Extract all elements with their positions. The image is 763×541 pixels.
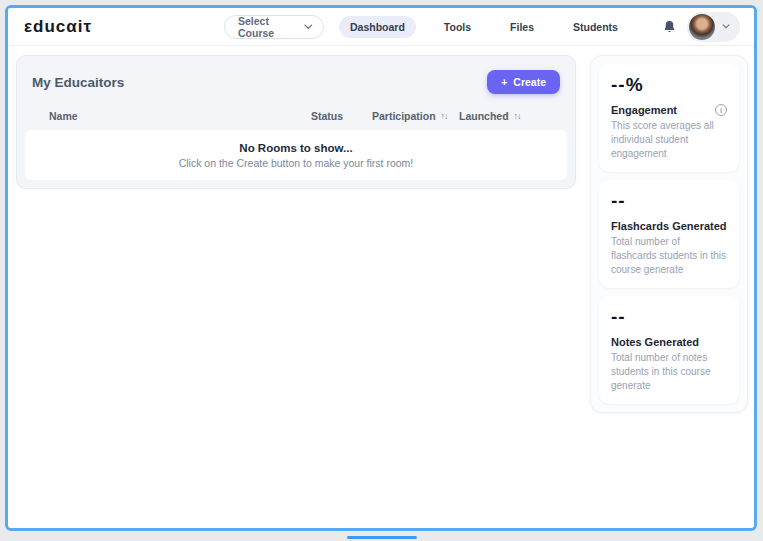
nav-item-tools[interactable]: Tools bbox=[433, 16, 482, 38]
nav-item-files[interactable]: Files bbox=[499, 16, 545, 38]
logo: εducαiτ bbox=[24, 17, 224, 37]
flashcards-description: Total number of flashcards students in t… bbox=[611, 235, 727, 277]
stat-card-engagement: --% Engagement i This score averages all… bbox=[599, 64, 739, 172]
course-select-label: Select Course bbox=[238, 15, 304, 39]
column-header-participation-label: Participation bbox=[372, 110, 436, 122]
empty-state-title: No Rooms to show... bbox=[239, 142, 352, 154]
app-window: εducαiτ Select Course Dashboard Tools Fi… bbox=[5, 5, 757, 531]
empty-state: No Rooms to show... Click on the Create … bbox=[25, 130, 567, 180]
top-nav-bar: εducαiτ Select Course Dashboard Tools Fi… bbox=[8, 8, 754, 46]
panel-header: My Educaitors + Create bbox=[25, 64, 567, 98]
engagement-value: --% bbox=[611, 74, 727, 96]
notification-bell-icon[interactable] bbox=[662, 18, 678, 36]
user-menu[interactable] bbox=[687, 12, 740, 42]
flashcards-value: -- bbox=[611, 190, 727, 212]
chevron-down-icon bbox=[304, 24, 313, 30]
notes-value: -- bbox=[611, 306, 727, 328]
main-nav: Dashboard Tools Files Students bbox=[339, 16, 629, 38]
column-header-status: Status bbox=[311, 110, 372, 122]
column-header-name: Name bbox=[25, 110, 311, 122]
main-content: My Educaitors + Create Name Status Parti… bbox=[8, 46, 754, 413]
plus-icon: + bbox=[501, 76, 507, 88]
column-header-participation[interactable]: Participation ↑↓ bbox=[372, 110, 448, 122]
bottom-indicator-bar bbox=[347, 536, 417, 539]
header-center: Select Course Dashboard Tools Files Stud… bbox=[224, 15, 629, 39]
stat-card-notes: -- Notes Generated Total number of notes… bbox=[599, 296, 739, 404]
empty-state-subtitle: Click on the Create button to make your … bbox=[179, 157, 414, 169]
stat-card-flashcards: -- Flashcards Generated Total number of … bbox=[599, 180, 739, 288]
info-icon[interactable]: i bbox=[715, 104, 727, 116]
course-select-dropdown[interactable]: Select Course bbox=[224, 15, 324, 39]
column-header-launched-label: Launched bbox=[459, 110, 509, 122]
create-button[interactable]: + Create bbox=[487, 70, 560, 94]
notes-description: Total number of notes students in this c… bbox=[611, 351, 727, 393]
engagement-description: This score averages all individual stude… bbox=[611, 119, 727, 161]
create-button-label: Create bbox=[513, 76, 546, 88]
sort-icon[interactable]: ↑↓ bbox=[441, 111, 448, 121]
flashcards-title: Flashcards Generated bbox=[611, 220, 727, 232]
table-header-row: Name Status Participation ↑↓ Launched ↑↓ bbox=[25, 98, 567, 130]
nav-item-students[interactable]: Students bbox=[562, 16, 629, 38]
sort-icon[interactable]: ↑↓ bbox=[514, 111, 521, 121]
chevron-down-icon bbox=[722, 24, 730, 29]
my-educaitors-panel: My Educaitors + Create Name Status Parti… bbox=[16, 55, 576, 189]
column-header-launched[interactable]: Launched ↑↓ bbox=[459, 110, 539, 122]
engagement-title: Engagement bbox=[611, 104, 677, 116]
user-avatar bbox=[689, 14, 715, 40]
notes-title: Notes Generated bbox=[611, 336, 699, 348]
nav-item-dashboard[interactable]: Dashboard bbox=[339, 16, 416, 38]
panel-title: My Educaitors bbox=[32, 75, 124, 90]
header-right bbox=[662, 12, 740, 42]
stats-sidebar: --% Engagement i This score averages all… bbox=[590, 55, 748, 413]
